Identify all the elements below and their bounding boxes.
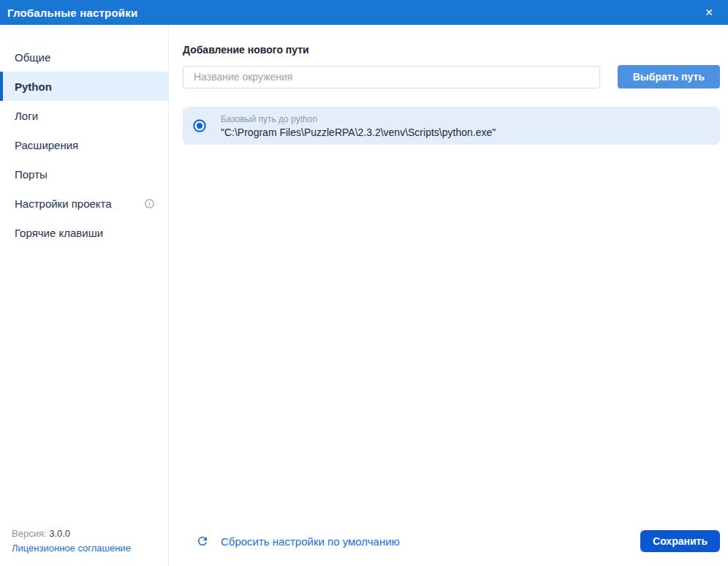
content-footer: Сбросить настройки по умолчанию Сохранит… (183, 530, 720, 552)
sidebar-item-label: Общие (15, 51, 50, 64)
python-settings-panel: Добавление нового пути Выбрать путь Базо… (169, 25, 728, 566)
dialog-title: Глобальные настройки (7, 7, 137, 19)
sidebar-item-label: Python (15, 80, 52, 93)
sidebar-item-label: Расширения (15, 139, 78, 151)
environment-name-input[interactable] (183, 66, 600, 88)
path-value: "C:\Program Files\PuzzleRPA\2.3.2\venv\S… (221, 127, 496, 138)
path-label: Базовый путь до python (221, 114, 496, 124)
dialog-titlebar: Глобальные настройки ✕ (0, 0, 728, 25)
info-icon (144, 198, 155, 209)
version-value: 3.0.0 (49, 528, 70, 539)
license-agreement-link[interactable]: Лицензионное соглашение (12, 543, 131, 554)
sidebar-item-ports[interactable]: Порты (0, 159, 168, 189)
sidebar-footer: Версия: 3.0.0 Лицензионное соглашение (0, 528, 168, 566)
sidebar-item-general[interactable]: Общие (0, 42, 168, 72)
sidebar-item-label: Логи (15, 110, 38, 122)
reset-defaults-button[interactable]: Сбросить настройки по умолчанию (183, 535, 400, 548)
sidebar-item-label: Порты (15, 168, 48, 181)
sidebar-item-logs[interactable]: Логи (0, 101, 168, 130)
radio-selected-icon[interactable] (193, 119, 206, 132)
sidebar-item-extensions[interactable]: Расширения (0, 130, 168, 159)
save-button[interactable]: Сохранить (640, 530, 720, 552)
choose-path-button[interactable]: Выбрать путь (618, 65, 720, 88)
reset-defaults-label: Сбросить настройки по умолчанию (221, 535, 400, 548)
close-icon[interactable]: ✕ (700, 4, 718, 20)
sidebar-item-python[interactable]: Python (0, 72, 168, 101)
sidebar-item-hotkeys[interactable]: Горячие клавиши (0, 218, 168, 247)
path-text-block: Базовый путь до python "C:\Program Files… (221, 114, 496, 138)
sidebar-item-label: Горячие клавиши (15, 227, 103, 239)
dialog-body: Общие Python Логи Расширения Порты Настр… (0, 25, 728, 566)
sidebar-item-project-settings[interactable]: Настройки проекта (0, 189, 168, 218)
add-path-row: Выбрать путь (183, 65, 720, 88)
section-title: Добавление нового пути (183, 44, 720, 56)
sidebar-item-label: Настройки проекта (15, 197, 112, 210)
version-label: Версия: (12, 528, 47, 539)
version-line: Версия: 3.0.0 (12, 528, 159, 539)
settings-sidebar: Общие Python Логи Расширения Порты Настр… (0, 25, 169, 566)
refresh-icon (196, 535, 209, 548)
python-path-option[interactable]: Базовый путь до python "C:\Program Files… (183, 107, 720, 145)
global-settings-dialog: Глобальные настройки ✕ Общие Python Логи… (0, 0, 728, 566)
